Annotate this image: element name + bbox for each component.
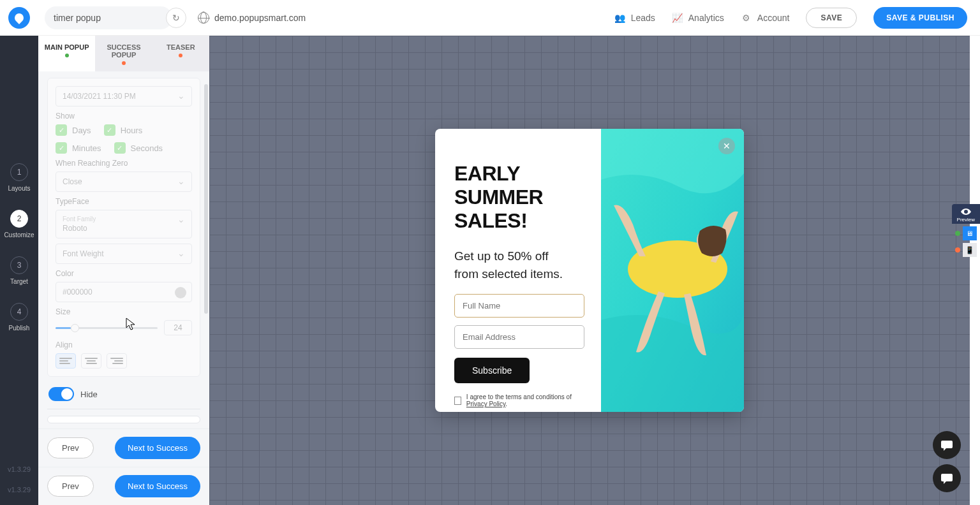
status-dot: [955, 247, 960, 252]
next-card-peek[interactable]: [47, 416, 200, 423]
gear-icon: ⚙: [741, 12, 752, 24]
step-num: 1: [10, 163, 28, 181]
timer-settings-card: 14/03/2021 11:30 PM Show ✓Days ✓Hours ✓M…: [47, 78, 200, 377]
align-left-button[interactable]: [56, 353, 76, 369]
step-label: Layouts: [8, 185, 30, 192]
prev-button[interactable]: Prev: [47, 437, 94, 458]
status-dot: [179, 54, 182, 57]
save-publish-button[interactable]: SAVE & PUBLISH: [873, 7, 967, 29]
color-input[interactable]: #000000: [56, 282, 192, 302]
step-label: Target: [10, 278, 28, 285]
font-family-select[interactable]: Font Family Roboto: [56, 210, 192, 238]
email-input[interactable]: [454, 325, 584, 349]
size-label: Size: [56, 307, 192, 316]
preview-rail: Preview 🖥 📱: [952, 204, 980, 257]
step-label: Customize: [4, 231, 34, 238]
domain-text: demo.popupsmart.com: [214, 13, 306, 23]
step-layouts[interactable]: 1 Layouts: [8, 163, 30, 192]
mobile-preview-button[interactable]: 📱: [963, 243, 977, 257]
date-input[interactable]: 14/03/2021 11:30 PM: [56, 86, 192, 106]
app-header: ↻ demo.popupsmart.com 👥 Leads 📈 Analytic…: [0, 0, 980, 36]
popup-name-input[interactable]: [45, 6, 172, 29]
tab-label: MAIN POPUP: [45, 43, 89, 51]
tab-teaser[interactable]: TEASER: [152, 36, 209, 71]
fullname-input[interactable]: [454, 294, 584, 318]
customize-panel: MAIN POPUP SUCCESS POPUP TEASER 14/03/20…: [38, 36, 209, 505]
size-value[interactable]: 24: [164, 320, 192, 335]
prev-button[interactable]: Prev: [47, 476, 94, 497]
nav-leads-label: Leads: [631, 13, 655, 23]
check-minutes[interactable]: ✓Minutes: [56, 142, 101, 154]
panel-scroll-area[interactable]: 14/03/2021 11:30 PM Show ✓Days ✓Hours ✓M…: [38, 71, 209, 428]
step-customize[interactable]: 2 Customize: [4, 210, 34, 238]
tab-label: SUCCESS POPUP: [107, 43, 140, 59]
nav-leads[interactable]: 👥 Leads: [614, 12, 655, 24]
nav-analytics-label: Analytics: [688, 13, 724, 23]
hide-row: Hide: [47, 384, 200, 406]
preview-domain[interactable]: demo.popupsmart.com: [198, 12, 306, 24]
chat-icon[interactable]: [933, 431, 961, 459]
check-hours[interactable]: ✓Hours: [104, 124, 143, 136]
next-button[interactable]: Next to Success: [115, 437, 200, 459]
preview-toggle[interactable]: Preview: [952, 204, 980, 224]
close-icon[interactable]: ✕: [718, 138, 735, 154]
save-button[interactable]: SAVE: [806, 8, 857, 28]
globe-icon: [198, 12, 209, 24]
panel-footer-dup: Prev Next to Success: [38, 467, 209, 505]
version-label: v1.3.29: [8, 486, 31, 494]
font-weight-select[interactable]: Font Weight: [56, 244, 192, 264]
tab-success-popup[interactable]: SUCCESS POPUP: [95, 36, 152, 71]
typeface-label: TypeFace: [56, 197, 192, 206]
align-label: Align: [56, 340, 192, 349]
align-right-button[interactable]: [107, 353, 127, 369]
nav-account[interactable]: ⚙ Account: [741, 12, 790, 24]
nav-account-label: Account: [757, 13, 790, 23]
align-center-button[interactable]: [81, 353, 101, 369]
hide-toggle[interactable]: [48, 387, 74, 401]
privacy-link[interactable]: Privacy Policy: [466, 400, 506, 407]
popup-image[interactable]: [601, 129, 744, 412]
step-nav: 1 Layouts 2 Customize 3 Target 4 Publish…: [0, 36, 38, 505]
next-button[interactable]: Next to Success: [115, 475, 200, 497]
check-seconds[interactable]: ✓Seconds: [114, 142, 163, 154]
popup-preview[interactable]: EARLY SUMMER SALES! Get up to 50% off fr…: [435, 129, 744, 412]
reaching-zero-label: When Reaching Zero: [56, 159, 192, 168]
step-num: 4: [10, 303, 28, 321]
canvas[interactable]: EARLY SUMMER SALES! Get up to 50% off fr…: [209, 36, 970, 505]
show-label: Show: [56, 112, 192, 121]
color-label: Color: [56, 269, 192, 278]
status-dot: [65, 54, 69, 57]
tab-main-popup[interactable]: MAIN POPUP: [38, 36, 95, 71]
consent-checkbox[interactable]: [454, 397, 461, 405]
size-slider[interactable]: [56, 327, 158, 329]
analytics-icon: 📈: [672, 12, 683, 24]
version-label: v1.3.29: [8, 465, 31, 473]
popup-tabs: MAIN POPUP SUCCESS POPUP TEASER: [38, 36, 209, 71]
nav-analytics[interactable]: 📈 Analytics: [672, 12, 724, 24]
history-icon[interactable]: ↻: [166, 8, 186, 28]
popup-subtext[interactable]: Get up to 50% off from selected items.: [454, 247, 586, 282]
color-swatch[interactable]: [175, 287, 186, 298]
chat-icon[interactable]: [933, 464, 961, 492]
app-logo: [0, 7, 38, 29]
reaching-zero-select[interactable]: Close: [56, 172, 192, 192]
check-days[interactable]: ✓Days: [56, 124, 91, 136]
popup-headline[interactable]: EARLY SUMMER SALES!: [454, 162, 586, 232]
subscribe-button[interactable]: Subscribe: [454, 358, 530, 383]
consent-row[interactable]: I agree to the terms and conditions of P…: [454, 393, 586, 407]
step-num: 3: [10, 256, 28, 274]
tab-label: TEASER: [167, 43, 195, 51]
step-publish[interactable]: 4 Publish: [9, 303, 30, 332]
step-num: 2: [10, 210, 28, 228]
desktop-preview-button[interactable]: 🖥: [963, 226, 977, 240]
panel-footer: Prev Next to Success: [38, 428, 209, 467]
hide-label: Hide: [80, 390, 98, 399]
status-dot: [955, 231, 960, 236]
consent-text: I agree to the terms and conditions of P…: [466, 393, 586, 407]
step-target[interactable]: 3 Target: [10, 256, 28, 285]
leads-icon: 👥: [614, 12, 626, 24]
scrollbar[interactable]: [204, 84, 208, 314]
step-label: Publish: [9, 325, 30, 332]
status-dot: [122, 61, 126, 65]
